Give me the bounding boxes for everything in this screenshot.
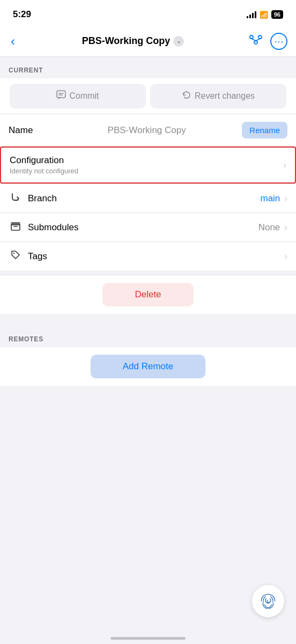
- delete-container: Delete: [0, 275, 296, 314]
- svg-point-2: [254, 41, 257, 44]
- submodules-row[interactable]: Submodules None ›: [0, 213, 296, 242]
- commit-icon: [56, 90, 66, 102]
- delete-button[interactable]: Delete: [102, 283, 193, 306]
- commit-label: Commit: [69, 91, 99, 101]
- nav-title-area: PBS-Working Copy ⌄: [82, 35, 184, 47]
- config-title: Configuration: [10, 155, 281, 166]
- tags-icon: [9, 250, 23, 263]
- fingerprint-button[interactable]: [252, 585, 284, 617]
- svg-line-3: [251, 39, 256, 41]
- svg-point-0: [250, 35, 253, 39]
- branch-value: main: [260, 193, 280, 204]
- branch-chevron-icon: ›: [284, 193, 287, 204]
- revert-label: Revert changes: [195, 91, 255, 101]
- wifi-icon: 📶: [260, 11, 268, 19]
- revert-button[interactable]: Revert changes: [150, 84, 286, 108]
- commit-button[interactable]: Commit: [10, 84, 146, 108]
- configuration-row[interactable]: Configuration Identity not configured ›: [0, 147, 296, 184]
- more-options-button[interactable]: ⋯: [270, 33, 287, 50]
- battery-indicator: 96: [271, 10, 283, 19]
- svg-point-1: [258, 35, 262, 39]
- config-chevron-icon: ›: [283, 160, 286, 171]
- nav-title: PBS-Working Copy: [82, 35, 171, 47]
- name-label: Name: [9, 125, 51, 136]
- config-content: Configuration Identity not configured: [10, 155, 281, 175]
- submodules-icon: [9, 221, 23, 234]
- config-subtitle: Identity not configured: [10, 167, 281, 175]
- submodules-label: Submodules: [28, 222, 258, 233]
- title-dropdown-button[interactable]: ⌄: [173, 36, 184, 47]
- add-remote-button[interactable]: Add Remote: [91, 355, 206, 378]
- branch-row[interactable]: Branch main ›: [0, 184, 296, 213]
- svg-rect-5: [57, 91, 65, 98]
- add-remote-container: Add Remote: [0, 347, 296, 386]
- branch-label: Branch: [28, 193, 260, 204]
- rename-button[interactable]: Rename: [242, 122, 287, 138]
- name-row: Name PBS-Working Copy Rename: [0, 114, 296, 147]
- svg-line-4: [256, 39, 260, 41]
- submodules-value: None: [258, 222, 280, 233]
- tags-row[interactable]: Tags ›: [0, 242, 296, 270]
- remotes-section: REMOTES Add Remote: [0, 326, 296, 386]
- back-button[interactable]: ‹: [9, 32, 17, 51]
- branch-filter-icon[interactable]: [249, 34, 263, 48]
- nav-actions: ⋯: [249, 33, 287, 50]
- home-indicator: [110, 637, 186, 640]
- revert-icon: [182, 90, 191, 102]
- status-time: 5:29: [13, 9, 31, 20]
- fingerprint-icon: [258, 591, 278, 611]
- tags-chevron-icon: ›: [284, 251, 287, 262]
- branch-icon: [9, 192, 23, 205]
- tags-label: Tags: [28, 251, 282, 262]
- signal-icon: [247, 11, 256, 18]
- submodules-chevron-icon: ›: [284, 222, 287, 233]
- svg-point-10: [13, 253, 14, 254]
- nav-bar: ‹ PBS-Working Copy ⌄ ⋯: [0, 27, 296, 57]
- status-bar: 5:29 📶 96: [0, 0, 296, 27]
- status-icons: 📶 96: [247, 10, 283, 19]
- name-value: PBS-Working Copy: [51, 125, 242, 136]
- action-buttons-row: Commit Revert changes: [0, 78, 296, 114]
- remotes-section-label: REMOTES: [0, 326, 296, 347]
- current-section-label: CURRENT: [0, 57, 296, 78]
